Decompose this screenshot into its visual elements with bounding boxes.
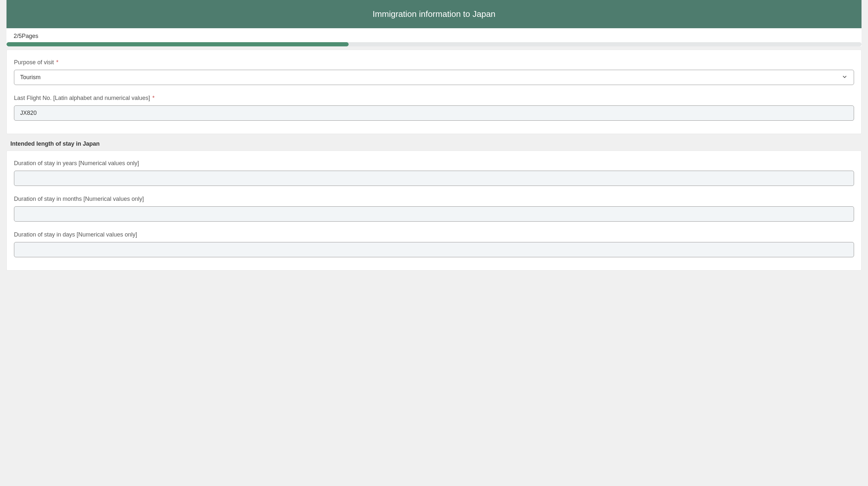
- purpose-field-group: Purpose of visit * Tourism: [14, 59, 854, 85]
- months-input[interactable]: [14, 206, 854, 222]
- months-label: Duration of stay in months [Numerical va…: [14, 196, 854, 202]
- flight-field-group: Last Flight No. [Latin alphabet and nume…: [14, 95, 854, 121]
- purpose-label: Purpose of visit *: [14, 59, 854, 66]
- required-asterisk: *: [152, 95, 155, 101]
- purpose-select-wrapper: Tourism: [14, 70, 854, 85]
- stay-length-card: Duration of stay in years [Numerical val…: [6, 151, 862, 270]
- years-label: Duration of stay in years [Numerical val…: [14, 160, 854, 167]
- purpose-select[interactable]: Tourism: [14, 70, 854, 85]
- days-input[interactable]: [14, 242, 854, 257]
- flight-label: Last Flight No. [Latin alphabet and nume…: [14, 95, 854, 102]
- visit-info-card: Purpose of visit * Tourism Last Flight N…: [6, 50, 862, 134]
- days-label: Duration of stay in days [Numerical valu…: [14, 231, 854, 238]
- stay-length-heading: Intended length of stay in Japan: [6, 140, 862, 147]
- days-field-group: Duration of stay in days [Numerical valu…: [14, 231, 854, 257]
- progress-text: 2/5Pages: [6, 33, 862, 42]
- flight-label-text: Last Flight No. [Latin alphabet and nume…: [14, 95, 150, 101]
- page-header: Immigration information to Japan: [6, 0, 862, 28]
- months-field-group: Duration of stay in months [Numerical va…: [14, 196, 854, 222]
- progress-bar: [6, 42, 862, 46]
- years-field-group: Duration of stay in years [Numerical val…: [14, 160, 854, 186]
- years-input[interactable]: [14, 171, 854, 186]
- progress-bar-fill: [6, 42, 349, 46]
- purpose-label-text: Purpose of visit: [14, 59, 54, 66]
- progress-section: 2/5Pages: [6, 28, 862, 46]
- page-title: Immigration information to Japan: [373, 9, 496, 19]
- required-asterisk: *: [56, 59, 58, 66]
- flight-input[interactable]: [14, 105, 854, 121]
